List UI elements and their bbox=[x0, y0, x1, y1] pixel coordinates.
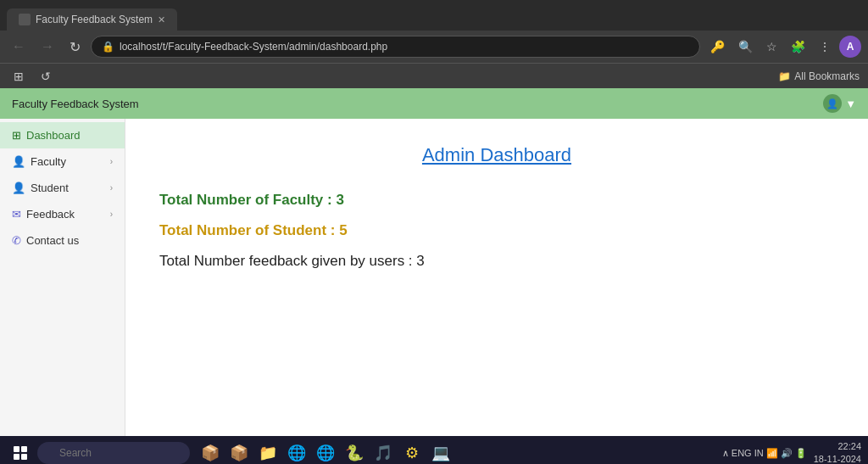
user-icon: 👤 bbox=[823, 94, 842, 113]
user-profile-button[interactable]: A bbox=[839, 36, 861, 58]
windows-icon bbox=[14, 446, 27, 460]
bookmarks-icon: 📁 bbox=[778, 70, 791, 82]
sidebar-label-faculty: Faculty bbox=[31, 155, 66, 168]
date: 18-11-2024 bbox=[814, 453, 861, 464]
volume-icon: 🔊 bbox=[781, 448, 793, 459]
taskbar: 🔍 📦 📦 📁 🌐 🌐 🐍 🎵 ⚙ 💻 ∧ ENG IN 📶 🔊 🔋 22:24… bbox=[0, 436, 868, 464]
taskbar-search-input[interactable] bbox=[37, 442, 190, 464]
lock-icon: 🔒 bbox=[102, 41, 114, 53]
taskbar-app-6[interactable]: 🎵 bbox=[370, 439, 397, 464]
sidebar-item-dashboard[interactable]: ⊞ Dashboard bbox=[0, 122, 125, 148]
profile-menu-button[interactable]: ⋮ bbox=[814, 36, 836, 57]
faculty-icon: 👤 bbox=[12, 155, 25, 168]
taskbar-app-chrome[interactable]: 🌐 bbox=[312, 439, 339, 464]
taskbar-app-5[interactable]: 🐍 bbox=[341, 439, 368, 464]
taskbar-search-wrapper: 🔍 bbox=[37, 442, 190, 464]
nav-actions: 🔑 🔍 ☆ 🧩 ⋮ A bbox=[705, 36, 861, 58]
reload-tab-button[interactable]: ↺ bbox=[36, 68, 56, 85]
student-stat: Total Number of Student : 5 bbox=[159, 222, 834, 239]
back-button[interactable]: ← bbox=[7, 36, 31, 58]
student-arrow: › bbox=[110, 183, 113, 193]
wifi-icon: 📶 bbox=[766, 448, 778, 459]
dashboard-icon: ⊞ bbox=[12, 129, 21, 142]
student-icon: 👤 bbox=[12, 182, 25, 194]
sys-icons: ∧ ENG IN 📶 🔊 🔋 bbox=[722, 448, 807, 459]
bookmarks-toolbar: ⊞ ↺ 📁 All Bookmarks bbox=[0, 63, 868, 88]
address-text: localhost/t/Faculty-Feedback-System/admi… bbox=[120, 41, 387, 53]
browser-nav: ← → ↻ 🔒 localhost/t/Faculty-Feedback-Sys… bbox=[0, 31, 868, 63]
page-title: Admin Dashboard bbox=[159, 144, 834, 166]
refresh-button[interactable]: ↻ bbox=[64, 36, 86, 59]
taskbar-time: 22:24 18-11-2024 bbox=[814, 440, 861, 464]
sidebar-item-contact[interactable]: ✆ Contact us bbox=[0, 227, 125, 254]
taskbar-apps: 📦 📦 📁 🌐 🌐 🐍 🎵 ⚙ 💻 bbox=[197, 439, 454, 464]
faculty-stat: Total Number of Faculty : 3 bbox=[159, 192, 834, 209]
tab-favicon bbox=[19, 14, 31, 25]
feedback-arrow: › bbox=[110, 210, 113, 219]
taskbar-app-2[interactable]: 📦 bbox=[225, 439, 253, 464]
tab-title: Faculty Feedback System bbox=[36, 14, 153, 25]
bookmarks-label: 📁 All Bookmarks bbox=[778, 70, 860, 82]
battery-icon: 🔋 bbox=[795, 448, 807, 459]
feedback-icon: ✉ bbox=[12, 208, 21, 221]
start-button[interactable] bbox=[7, 441, 34, 464]
feedback-stat: Total Number feedback given by users : 3 bbox=[159, 253, 834, 270]
sidebar-label-feedback: Feedback bbox=[26, 208, 75, 221]
apps-button[interactable]: ⊞ bbox=[8, 68, 29, 85]
main-layout: ⊞ Dashboard 👤 Faculty › 👤 Student › ✉ Fe… bbox=[0, 119, 868, 436]
taskbar-app-1[interactable]: 📦 bbox=[197, 439, 224, 464]
content-area: Admin Dashboard Total Number of Faculty … bbox=[125, 119, 868, 436]
user-dropdown[interactable]: 👤 ▼ bbox=[823, 94, 856, 113]
contact-icon: ✆ bbox=[12, 234, 21, 247]
address-bar[interactable]: 🔒 localhost/t/Faculty-Feedback-System/ad… bbox=[91, 36, 700, 58]
active-tab[interactable]: Faculty Feedback System ✕ bbox=[7, 8, 177, 31]
taskbar-app-3[interactable]: 📁 bbox=[254, 439, 281, 464]
dropdown-arrow: ▼ bbox=[845, 98, 856, 110]
sidebar: ⊞ Dashboard 👤 Faculty › 👤 Student › ✉ Fe… bbox=[0, 119, 125, 436]
sidebar-label-contact: Contact us bbox=[26, 234, 79, 247]
brand-name: Faculty Feedback System bbox=[12, 98, 139, 110]
sidebar-item-student[interactable]: 👤 Student › bbox=[0, 175, 125, 201]
star-button[interactable]: ☆ bbox=[761, 36, 782, 57]
sidebar-item-faculty[interactable]: 👤 Faculty › bbox=[0, 148, 125, 175]
top-navbar: Faculty Feedback System 👤 ▼ bbox=[0, 88, 868, 119]
sidebar-label-student: Student bbox=[31, 182, 69, 194]
page-wrapper: Faculty Feedback System 👤 ▼ ⊞ Dashboard … bbox=[0, 88, 868, 436]
forward-button[interactable]: → bbox=[36, 36, 59, 58]
expand-icon: ∧ bbox=[722, 448, 729, 459]
sidebar-label-dashboard: Dashboard bbox=[26, 129, 81, 142]
sidebar-item-feedback[interactable]: ✉ Feedback › bbox=[0, 201, 125, 227]
taskbar-right: ∧ ENG IN 📶 🔊 🔋 22:24 18-11-2024 bbox=[722, 440, 861, 464]
faculty-arrow: › bbox=[110, 157, 113, 166]
tab-close-button[interactable]: ✕ bbox=[158, 14, 165, 25]
taskbar-app-7[interactable]: ⚙ bbox=[398, 439, 426, 464]
password-icon[interactable]: 🔑 bbox=[705, 36, 730, 57]
taskbar-app-vscode[interactable]: 💻 bbox=[427, 439, 454, 464]
lang-label: ENG IN bbox=[732, 448, 764, 458]
extension-button[interactable]: 🧩 bbox=[786, 36, 810, 57]
zoom-button[interactable]: 🔍 bbox=[733, 36, 758, 57]
taskbar-app-edge[interactable]: 🌐 bbox=[283, 439, 310, 464]
browser-chrome: Faculty Feedback System ✕ ← → ↻ 🔒 localh… bbox=[0, 0, 868, 88]
clock: 22:24 bbox=[814, 440, 861, 453]
browser-tabs: Faculty Feedback System ✕ bbox=[0, 0, 868, 31]
